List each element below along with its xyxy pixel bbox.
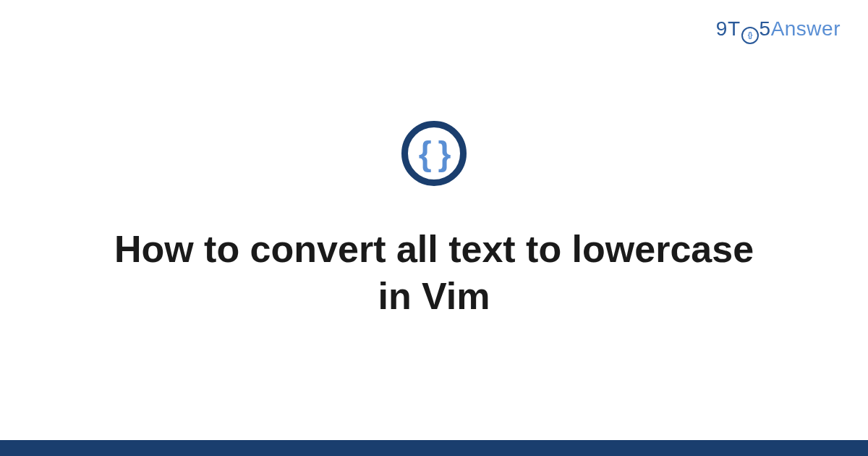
page-title: How to convert all text to lowercase in …	[109, 226, 760, 320]
code-braces-icon: { }	[401, 121, 467, 186]
footer-accent-bar	[0, 440, 868, 456]
main-content: { } How to convert all text to lowercase…	[0, 0, 868, 440]
braces-glyph: { }	[419, 134, 450, 173]
